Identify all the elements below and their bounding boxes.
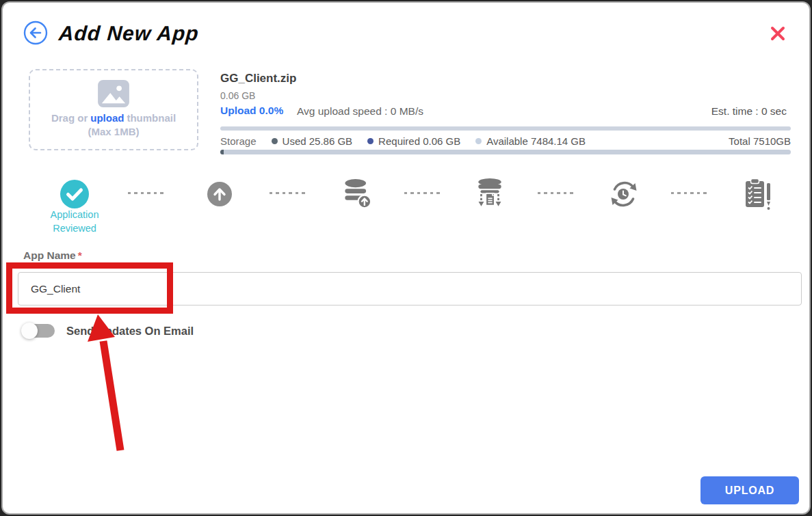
step-connector bbox=[270, 192, 308, 194]
step-review-checklist bbox=[738, 177, 776, 211]
close-icon bbox=[768, 23, 788, 44]
toggle-knob bbox=[21, 323, 38, 339]
page-title: Add New App bbox=[58, 22, 200, 45]
avg-upload-speed: Avg upload speed : 0 MB/s bbox=[297, 105, 423, 118]
upload-progress-bar bbox=[220, 126, 791, 131]
storage-total: Total 7510GB bbox=[729, 135, 791, 147]
back-arrow-icon bbox=[23, 21, 48, 45]
app-name-label: App Name* bbox=[23, 249, 82, 262]
database-upload-icon bbox=[343, 178, 373, 210]
used-dot-icon bbox=[272, 138, 278, 144]
sync-clock-icon bbox=[608, 178, 640, 210]
storage-required-legend: Required 0.06 GB bbox=[367, 135, 460, 147]
upload-progress-label: Upload 0.0% bbox=[220, 105, 283, 117]
step-connector bbox=[671, 192, 709, 194]
step-connector bbox=[404, 192, 443, 194]
storage-used-legend: Used 25.86 GB bbox=[272, 135, 353, 147]
thumbnail-size-note: (Max 1MB) bbox=[30, 126, 197, 137]
thumbnail-upload-link[interactable]: upload bbox=[90, 112, 124, 124]
upload-circle-icon bbox=[207, 181, 233, 207]
step-processing bbox=[605, 177, 643, 211]
storage-legend: Storage Used 25.86 GB Required 0.06 GB A… bbox=[220, 134, 791, 148]
step-connector bbox=[538, 192, 576, 194]
file-size: 0.06 GB bbox=[220, 90, 255, 101]
storage-available-value: Available 7484.14 GB bbox=[486, 135, 586, 147]
step-database-upload bbox=[339, 177, 377, 211]
storage-label: Storage bbox=[220, 135, 257, 147]
back-button[interactable] bbox=[23, 21, 48, 45]
storage-bar bbox=[220, 150, 791, 154]
email-updates-toggle-row[interactable]: Send Updates On Email bbox=[23, 324, 194, 338]
image-placeholder-icon bbox=[30, 79, 197, 111]
estimated-time: Est. time : 0 sec bbox=[711, 105, 787, 118]
toggle-off-icon[interactable] bbox=[23, 324, 55, 338]
required-asterisk: * bbox=[78, 249, 82, 261]
database-transfer-icon bbox=[473, 178, 506, 211]
thumbnail-suffix-text: thumbnail bbox=[127, 112, 176, 124]
storage-available-legend: Available 7484.14 GB bbox=[475, 135, 586, 147]
step-connector bbox=[128, 192, 166, 194]
app-name-input[interactable] bbox=[18, 272, 802, 305]
thumbnail-instruction: Drag oruploadthumbnail bbox=[30, 112, 197, 124]
check-circle-icon bbox=[60, 179, 90, 209]
file-name: GG_Client.zip bbox=[220, 72, 296, 85]
clipboard-checklist-icon bbox=[742, 177, 773, 211]
thumbnail-drag-text: Drag or bbox=[51, 112, 88, 124]
storage-used-value: Used 25.86 GB bbox=[283, 135, 353, 147]
close-button[interactable] bbox=[768, 23, 788, 44]
required-dot-icon bbox=[367, 138, 374, 144]
step-data-transfer bbox=[471, 177, 509, 211]
active-step-label: Application Reviewed bbox=[34, 208, 116, 236]
add-new-app-dialog: Add New App Drag oruploadthumbnail (Max … bbox=[1, 1, 811, 515]
available-dot-icon bbox=[475, 138, 482, 144]
step-upload bbox=[200, 177, 239, 211]
thumbnail-dropzone[interactable]: Drag oruploadthumbnail (Max 1MB) bbox=[29, 69, 198, 150]
storage-used-segment bbox=[220, 150, 224, 154]
step-application-reviewed bbox=[55, 177, 94, 211]
upload-button[interactable]: UPLOAD bbox=[700, 476, 799, 504]
app-name-label-text: App Name bbox=[23, 249, 76, 261]
email-updates-label: Send Updates On Email bbox=[66, 325, 194, 338]
storage-required-value: Required 0.06 GB bbox=[378, 135, 460, 147]
